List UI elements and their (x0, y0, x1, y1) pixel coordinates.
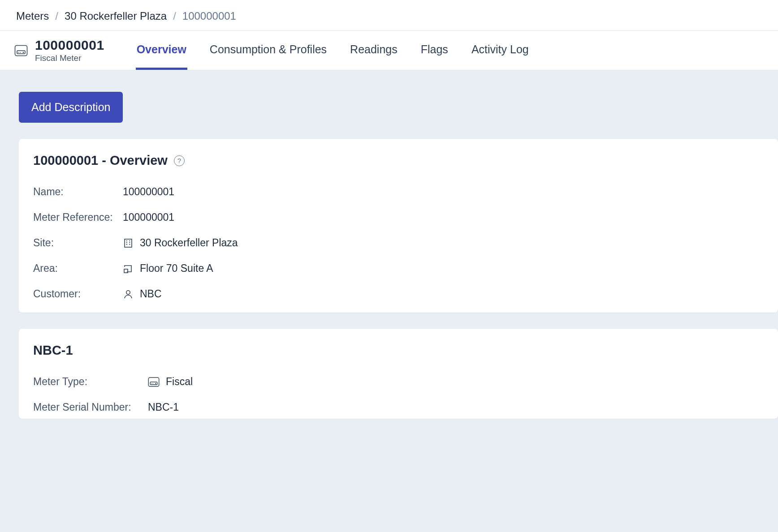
value-meter-type-text: Fiscal (166, 376, 193, 388)
overview-card-title: 100000001 - Overview (33, 153, 168, 168)
building-icon (123, 238, 134, 249)
add-description-button[interactable]: Add Description (19, 92, 123, 123)
breadcrumb-separator: / (173, 10, 176, 22)
overview-fields: Name: 100000001 Meter Reference: 1000000… (33, 186, 764, 300)
breadcrumb-site[interactable]: 30 Rockerfeller Plaza (65, 10, 167, 22)
breadcrumb-current: 100000001 (182, 10, 236, 22)
page-header: 100000001 Fiscal Meter Overview Consumpt… (0, 31, 778, 70)
value-area[interactable]: Floor 70 Suite A (123, 262, 764, 275)
svg-rect-5 (125, 239, 132, 247)
value-site-text: 30 Rockerfeller Plaza (140, 237, 238, 249)
help-icon[interactable]: ? (174, 155, 185, 166)
label-area: Area: (33, 262, 123, 275)
meter-icon (148, 377, 160, 387)
svg-point-4 (23, 52, 23, 52)
label-site: Site: (33, 237, 123, 249)
overview-card: 100000001 - Overview ? Name: 100000001 M… (19, 139, 778, 313)
meter-details-fields: Meter Type: Fiscal Meter Serial Number: … (33, 376, 764, 413)
user-icon (123, 289, 134, 300)
content-area: Add Description 100000001 - Overview ? N… (0, 70, 778, 532)
meter-details-card: NBC-1 Meter Type: Fiscal Meter Serial Nu… (19, 329, 778, 419)
tab-flags[interactable]: Flags (420, 31, 449, 70)
label-meter-reference: Meter Reference: (33, 211, 123, 223)
svg-point-13 (126, 290, 130, 294)
value-name: 100000001 (123, 186, 764, 198)
tabs: Overview Consumption & Profiles Readings… (136, 31, 530, 70)
tab-consumption[interactable]: Consumption & Profiles (209, 31, 328, 70)
label-meter-serial: Meter Serial Number: (33, 401, 148, 413)
area-icon (123, 263, 134, 274)
value-customer[interactable]: NBC (123, 288, 764, 300)
page-title: 100000001 (35, 38, 104, 52)
value-meter-reference: 100000001 (123, 211, 764, 223)
value-site[interactable]: 30 Rockerfeller Plaza (123, 237, 764, 249)
breadcrumb: Meters / 30 Rockerfeller Plaza / 1000000… (0, 0, 778, 31)
meter-icon (13, 44, 29, 57)
value-area-text: Floor 70 Suite A (140, 262, 213, 275)
tab-overview[interactable]: Overview (136, 31, 187, 70)
svg-point-18 (156, 383, 156, 383)
breadcrumb-separator: / (55, 10, 58, 22)
label-meter-type: Meter Type: (33, 376, 148, 388)
label-name: Name: (33, 186, 123, 198)
tab-readings[interactable]: Readings (349, 31, 398, 70)
value-customer-text: NBC (140, 288, 162, 300)
tab-activity-log[interactable]: Activity Log (471, 31, 530, 70)
breadcrumb-root[interactable]: Meters (16, 10, 49, 22)
overview-card-title-row: 100000001 - Overview ? (33, 153, 764, 168)
value-meter-serial: NBC-1 (148, 401, 764, 413)
page-subtitle: Fiscal Meter (35, 53, 104, 63)
value-meter-type: Fiscal (148, 376, 764, 388)
meter-details-title: NBC-1 (33, 343, 764, 358)
label-customer: Customer: (33, 288, 123, 300)
